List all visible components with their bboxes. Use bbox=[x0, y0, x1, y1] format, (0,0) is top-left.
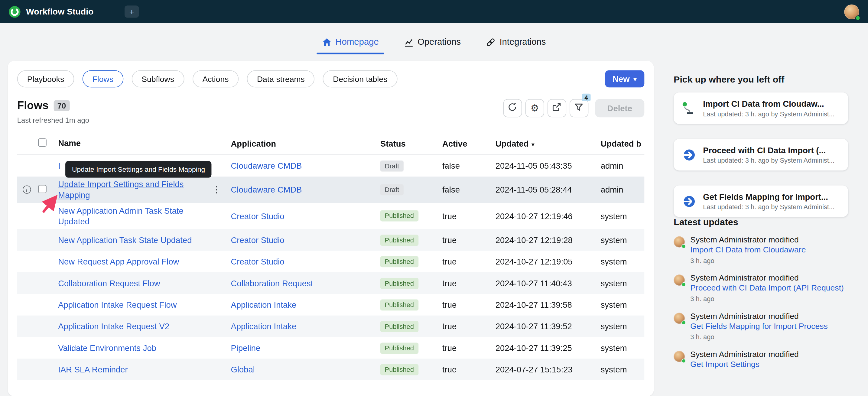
flow-name-link[interactable]: Collaboration Request Flow bbox=[58, 278, 160, 288]
avatar bbox=[674, 351, 685, 362]
status-badge: Published bbox=[380, 210, 418, 221]
export-icon bbox=[552, 102, 561, 114]
filter-pill-playbooks[interactable]: Playbooks bbox=[17, 70, 74, 88]
filter-pill-subflows[interactable]: Subflows bbox=[131, 70, 184, 88]
tab-homepage[interactable]: Homepage bbox=[321, 23, 380, 61]
application-link[interactable]: Application Intake bbox=[231, 322, 297, 331]
flow-name-link[interactable]: New Application Task State Updated bbox=[58, 235, 192, 245]
select-all-checkbox[interactable] bbox=[38, 139, 46, 147]
pickup-card[interactable]: Import CI Data from Cloudaw... Last upda… bbox=[674, 92, 848, 124]
pickup-card-title: Import CI Data from Cloudaw... bbox=[703, 99, 834, 108]
flow-name-link[interactable]: Validate Environments Job bbox=[58, 343, 156, 353]
status-badge: Published bbox=[380, 321, 418, 332]
table-row[interactable]: New Request App Approval Flow Creator St… bbox=[17, 251, 645, 272]
new-button[interactable]: New ▾ bbox=[605, 70, 645, 88]
updated-by-value: system bbox=[596, 236, 644, 245]
list-header: Flows 70 Last refreshed 1m ago bbox=[17, 99, 645, 125]
status-badge: Published bbox=[380, 235, 418, 246]
application-link[interactable]: Collaboration Request bbox=[231, 278, 313, 288]
row-checkbox[interactable] bbox=[38, 185, 46, 193]
row-menu-icon[interactable]: ⋮ bbox=[205, 184, 227, 195]
pickup-card[interactable]: Get Fields Mapping for Import... Last up… bbox=[674, 185, 848, 217]
active-value: true bbox=[438, 322, 491, 331]
table-row[interactable]: New Application Admin Task State Updated… bbox=[17, 203, 645, 229]
updated-value: 2024-10-27 12:19:28 bbox=[491, 236, 596, 245]
filter-pill-flows[interactable]: Flows bbox=[83, 70, 123, 88]
filter-pill-actions[interactable]: Actions bbox=[193, 70, 239, 88]
active-value: false bbox=[438, 161, 491, 171]
tab-label: Integrations bbox=[499, 37, 546, 47]
status-badge: Published bbox=[380, 256, 418, 267]
active-value: true bbox=[438, 211, 491, 221]
table-row[interactable]: Collaboration Request Flow Collaboration… bbox=[17, 272, 645, 294]
updates-title: Latest updates bbox=[674, 217, 848, 227]
tab-integrations[interactable]: Integrations bbox=[485, 23, 547, 61]
flow-name-link[interactable]: I bbox=[58, 161, 60, 170]
flow-name-link[interactable]: New Application Admin Task State Updated bbox=[58, 206, 184, 226]
flow-name-link[interactable]: IAR SLA Reminder bbox=[58, 365, 128, 374]
column-header-name[interactable]: Name bbox=[58, 138, 205, 149]
column-header-application[interactable]: Application bbox=[228, 139, 376, 148]
pickup-card[interactable]: Proceed with CI Data Import (... Last up… bbox=[674, 139, 848, 171]
application-link[interactable]: Creator Studio bbox=[231, 257, 284, 266]
application-link[interactable]: Global bbox=[231, 365, 255, 374]
application-link[interactable]: Creator Studio bbox=[231, 236, 284, 245]
new-tab-button[interactable]: + bbox=[125, 5, 139, 18]
updated-by-value: system bbox=[596, 300, 644, 309]
refresh-button[interactable] bbox=[503, 99, 522, 117]
updated-by-value: system bbox=[596, 365, 644, 374]
update-actor: System Administrator modified bbox=[690, 349, 799, 358]
update-target-link[interactable]: Get Import Settings bbox=[690, 359, 799, 369]
table-row[interactable]: Application Intake Request V2 Applicatio… bbox=[17, 315, 645, 337]
flow-name-link[interactable]: Application Intake Request Flow bbox=[58, 300, 177, 309]
pickup-title: Pick up where you left off bbox=[674, 74, 848, 85]
flow-start-icon bbox=[681, 101, 696, 116]
application-link[interactable]: Cloudaware CMDB bbox=[231, 185, 302, 194]
update-target-link[interactable]: Get Fields Mapping for Import Process bbox=[690, 321, 828, 331]
pickup-card-subtitle: Last updated: 3 h. ago by System Adminis… bbox=[703, 156, 834, 164]
update-target-link[interactable]: Import CI Data from Cloudaware bbox=[690, 245, 806, 255]
application-link[interactable]: Cloudaware CMDB bbox=[231, 161, 302, 171]
table-row[interactable]: IAR SLA Reminder Global Published true 2… bbox=[17, 359, 645, 380]
filter-pill-data-streams[interactable]: Data streams bbox=[247, 70, 315, 88]
application-link[interactable]: Application Intake bbox=[231, 300, 297, 309]
table-row[interactable]: i Update Import Settings and Fields Mapp… bbox=[17, 177, 645, 203]
flow-name-link[interactable]: Application Intake Request V2 bbox=[58, 321, 169, 331]
table-row[interactable]: New Application Task State Updated Creat… bbox=[17, 229, 645, 251]
online-status-dot bbox=[681, 244, 686, 248]
filter-pill-decision-tables[interactable]: Decision tables bbox=[323, 70, 397, 88]
proceed-arrow-icon bbox=[681, 148, 696, 162]
update-actor: System Administrator modified bbox=[690, 235, 806, 244]
update-time: 3 h. ago bbox=[690, 295, 844, 303]
updated-value: 2024-11-05 05:28:44 bbox=[491, 185, 596, 194]
column-header-updated-by[interactable]: Updated b bbox=[596, 139, 644, 148]
column-header-status[interactable]: Status bbox=[376, 139, 438, 148]
flow-name-link[interactable]: New Request App Approval Flow bbox=[58, 257, 179, 266]
online-status-dot bbox=[681, 282, 686, 287]
user-avatar[interactable] bbox=[844, 4, 859, 19]
tab-operations[interactable]: Operations bbox=[403, 23, 462, 61]
pickup-card-list: Import CI Data from Cloudaw... Last upda… bbox=[674, 92, 848, 217]
page-title: Flows bbox=[17, 99, 49, 112]
application-link[interactable]: Creator Studio bbox=[231, 211, 284, 221]
flow-name-link[interactable]: Update Import Settings and Fields Mappin… bbox=[58, 179, 184, 200]
settings-button[interactable]: ⚙ bbox=[525, 99, 544, 117]
filter-button[interactable]: 4 bbox=[569, 99, 588, 117]
delete-button[interactable]: Delete bbox=[595, 99, 644, 117]
updated-by-value: system bbox=[596, 257, 644, 266]
info-icon[interactable]: i bbox=[22, 186, 31, 194]
export-button[interactable] bbox=[548, 99, 566, 117]
last-refreshed-text: Last refreshed 1m ago bbox=[17, 116, 89, 125]
sidebar: Pick up where you left off Import CI Dat… bbox=[654, 61, 868, 369]
application-link[interactable]: Pipeline bbox=[231, 343, 260, 353]
table-row[interactable]: Application Intake Request Flow Applicat… bbox=[17, 294, 645, 315]
column-header-updated[interactable]: Updated▾ bbox=[491, 139, 596, 148]
active-value: true bbox=[438, 257, 491, 266]
update-actor: System Administrator modified bbox=[690, 311, 828, 320]
filter-funnel-icon bbox=[575, 102, 584, 114]
column-header-active[interactable]: Active bbox=[438, 139, 491, 148]
update-target-link[interactable]: Proceed with CI Data Import (API Request… bbox=[690, 283, 844, 293]
gear-icon: ⚙ bbox=[531, 103, 539, 113]
app-logo-icon[interactable] bbox=[9, 6, 20, 17]
table-row[interactable]: Validate Environments Job Pipeline Publi… bbox=[17, 337, 645, 359]
